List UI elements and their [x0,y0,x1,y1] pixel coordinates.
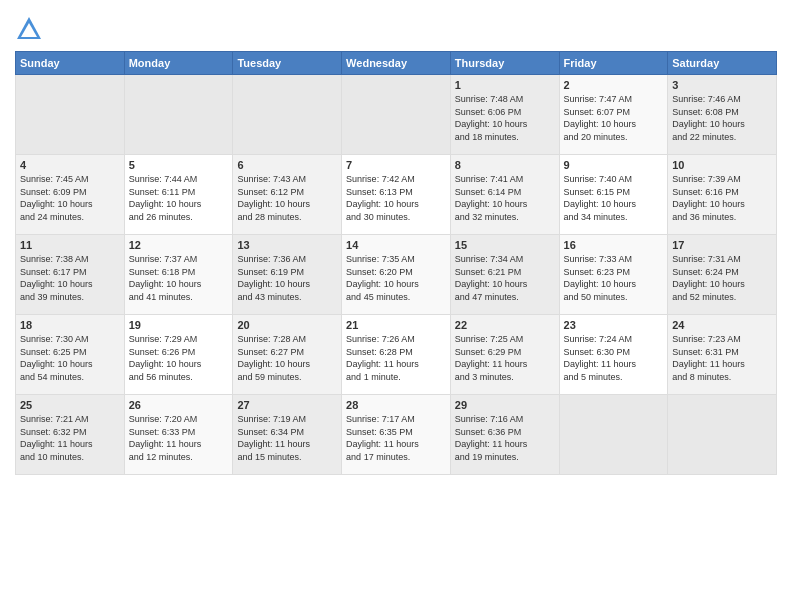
calendar-body: 1Sunrise: 7:48 AM Sunset: 6:06 PM Daylig… [16,75,777,475]
calendar-cell: 3Sunrise: 7:46 AM Sunset: 6:08 PM Daylig… [668,75,777,155]
day-header-wednesday: Wednesday [342,52,451,75]
calendar-cell [559,395,668,475]
cell-content: Sunrise: 7:44 AM Sunset: 6:11 PM Dayligh… [129,173,229,223]
cell-content: Sunrise: 7:23 AM Sunset: 6:31 PM Dayligh… [672,333,772,383]
day-number: 27 [237,399,337,411]
day-number: 4 [20,159,120,171]
calendar-header-row: SundayMondayTuesdayWednesdayThursdayFrid… [16,52,777,75]
cell-content: Sunrise: 7:19 AM Sunset: 6:34 PM Dayligh… [237,413,337,463]
day-header-saturday: Saturday [668,52,777,75]
calendar-cell: 25Sunrise: 7:21 AM Sunset: 6:32 PM Dayli… [16,395,125,475]
day-number: 8 [455,159,555,171]
page-header [15,10,777,43]
day-number: 20 [237,319,337,331]
day-number: 11 [20,239,120,251]
logo-icon [15,15,43,43]
calendar-cell [16,75,125,155]
day-number: 25 [20,399,120,411]
calendar-cell: 13Sunrise: 7:36 AM Sunset: 6:19 PM Dayli… [233,235,342,315]
cell-content: Sunrise: 7:30 AM Sunset: 6:25 PM Dayligh… [20,333,120,383]
calendar-week-1: 4Sunrise: 7:45 AM Sunset: 6:09 PM Daylig… [16,155,777,235]
day-number: 28 [346,399,446,411]
calendar-table: SundayMondayTuesdayWednesdayThursdayFrid… [15,51,777,475]
day-number: 3 [672,79,772,91]
calendar-week-0: 1Sunrise: 7:48 AM Sunset: 6:06 PM Daylig… [16,75,777,155]
cell-content: Sunrise: 7:41 AM Sunset: 6:14 PM Dayligh… [455,173,555,223]
cell-content: Sunrise: 7:16 AM Sunset: 6:36 PM Dayligh… [455,413,555,463]
cell-content: Sunrise: 7:46 AM Sunset: 6:08 PM Dayligh… [672,93,772,143]
calendar-cell [668,395,777,475]
day-number: 5 [129,159,229,171]
cell-content: Sunrise: 7:24 AM Sunset: 6:30 PM Dayligh… [564,333,664,383]
calendar-cell: 29Sunrise: 7:16 AM Sunset: 6:36 PM Dayli… [450,395,559,475]
day-number: 23 [564,319,664,331]
day-header-friday: Friday [559,52,668,75]
day-header-sunday: Sunday [16,52,125,75]
cell-content: Sunrise: 7:25 AM Sunset: 6:29 PM Dayligh… [455,333,555,383]
day-number: 16 [564,239,664,251]
cell-content: Sunrise: 7:29 AM Sunset: 6:26 PM Dayligh… [129,333,229,383]
calendar-cell: 17Sunrise: 7:31 AM Sunset: 6:24 PM Dayli… [668,235,777,315]
day-header-monday: Monday [124,52,233,75]
day-number: 29 [455,399,555,411]
calendar-cell [233,75,342,155]
calendar-cell: 10Sunrise: 7:39 AM Sunset: 6:16 PM Dayli… [668,155,777,235]
cell-content: Sunrise: 7:33 AM Sunset: 6:23 PM Dayligh… [564,253,664,303]
day-number: 26 [129,399,229,411]
cell-content: Sunrise: 7:34 AM Sunset: 6:21 PM Dayligh… [455,253,555,303]
calendar-cell: 2Sunrise: 7:47 AM Sunset: 6:07 PM Daylig… [559,75,668,155]
calendar-cell: 16Sunrise: 7:33 AM Sunset: 6:23 PM Dayli… [559,235,668,315]
calendar-cell: 11Sunrise: 7:38 AM Sunset: 6:17 PM Dayli… [16,235,125,315]
day-number: 14 [346,239,446,251]
calendar-cell: 27Sunrise: 7:19 AM Sunset: 6:34 PM Dayli… [233,395,342,475]
calendar-cell: 7Sunrise: 7:42 AM Sunset: 6:13 PM Daylig… [342,155,451,235]
day-number: 24 [672,319,772,331]
calendar-cell: 22Sunrise: 7:25 AM Sunset: 6:29 PM Dayli… [450,315,559,395]
day-number: 13 [237,239,337,251]
cell-content: Sunrise: 7:48 AM Sunset: 6:06 PM Dayligh… [455,93,555,143]
cell-content: Sunrise: 7:38 AM Sunset: 6:17 PM Dayligh… [20,253,120,303]
day-number: 12 [129,239,229,251]
day-number: 1 [455,79,555,91]
calendar-cell: 1Sunrise: 7:48 AM Sunset: 6:06 PM Daylig… [450,75,559,155]
day-header-thursday: Thursday [450,52,559,75]
day-number: 2 [564,79,664,91]
logo [15,15,47,43]
calendar-cell [124,75,233,155]
calendar-cell: 23Sunrise: 7:24 AM Sunset: 6:30 PM Dayli… [559,315,668,395]
day-number: 6 [237,159,337,171]
day-header-tuesday: Tuesday [233,52,342,75]
cell-content: Sunrise: 7:36 AM Sunset: 6:19 PM Dayligh… [237,253,337,303]
calendar-cell: 6Sunrise: 7:43 AM Sunset: 6:12 PM Daylig… [233,155,342,235]
cell-content: Sunrise: 7:47 AM Sunset: 6:07 PM Dayligh… [564,93,664,143]
cell-content: Sunrise: 7:37 AM Sunset: 6:18 PM Dayligh… [129,253,229,303]
day-number: 10 [672,159,772,171]
calendar-week-3: 18Sunrise: 7:30 AM Sunset: 6:25 PM Dayli… [16,315,777,395]
calendar-cell: 21Sunrise: 7:26 AM Sunset: 6:28 PM Dayli… [342,315,451,395]
day-number: 21 [346,319,446,331]
calendar-cell: 28Sunrise: 7:17 AM Sunset: 6:35 PM Dayli… [342,395,451,475]
calendar-cell: 19Sunrise: 7:29 AM Sunset: 6:26 PM Dayli… [124,315,233,395]
calendar-cell: 20Sunrise: 7:28 AM Sunset: 6:27 PM Dayli… [233,315,342,395]
calendar-cell: 15Sunrise: 7:34 AM Sunset: 6:21 PM Dayli… [450,235,559,315]
day-number: 19 [129,319,229,331]
calendar-cell: 4Sunrise: 7:45 AM Sunset: 6:09 PM Daylig… [16,155,125,235]
cell-content: Sunrise: 7:39 AM Sunset: 6:16 PM Dayligh… [672,173,772,223]
calendar-cell: 9Sunrise: 7:40 AM Sunset: 6:15 PM Daylig… [559,155,668,235]
cell-content: Sunrise: 7:35 AM Sunset: 6:20 PM Dayligh… [346,253,446,303]
calendar-week-4: 25Sunrise: 7:21 AM Sunset: 6:32 PM Dayli… [16,395,777,475]
calendar-cell: 12Sunrise: 7:37 AM Sunset: 6:18 PM Dayli… [124,235,233,315]
calendar-cell: 18Sunrise: 7:30 AM Sunset: 6:25 PM Dayli… [16,315,125,395]
calendar-week-2: 11Sunrise: 7:38 AM Sunset: 6:17 PM Dayli… [16,235,777,315]
calendar-cell: 14Sunrise: 7:35 AM Sunset: 6:20 PM Dayli… [342,235,451,315]
cell-content: Sunrise: 7:40 AM Sunset: 6:15 PM Dayligh… [564,173,664,223]
day-number: 15 [455,239,555,251]
cell-content: Sunrise: 7:17 AM Sunset: 6:35 PM Dayligh… [346,413,446,463]
day-number: 22 [455,319,555,331]
calendar-cell: 26Sunrise: 7:20 AM Sunset: 6:33 PM Dayli… [124,395,233,475]
calendar-cell: 24Sunrise: 7:23 AM Sunset: 6:31 PM Dayli… [668,315,777,395]
cell-content: Sunrise: 7:42 AM Sunset: 6:13 PM Dayligh… [346,173,446,223]
cell-content: Sunrise: 7:20 AM Sunset: 6:33 PM Dayligh… [129,413,229,463]
cell-content: Sunrise: 7:45 AM Sunset: 6:09 PM Dayligh… [20,173,120,223]
day-number: 7 [346,159,446,171]
